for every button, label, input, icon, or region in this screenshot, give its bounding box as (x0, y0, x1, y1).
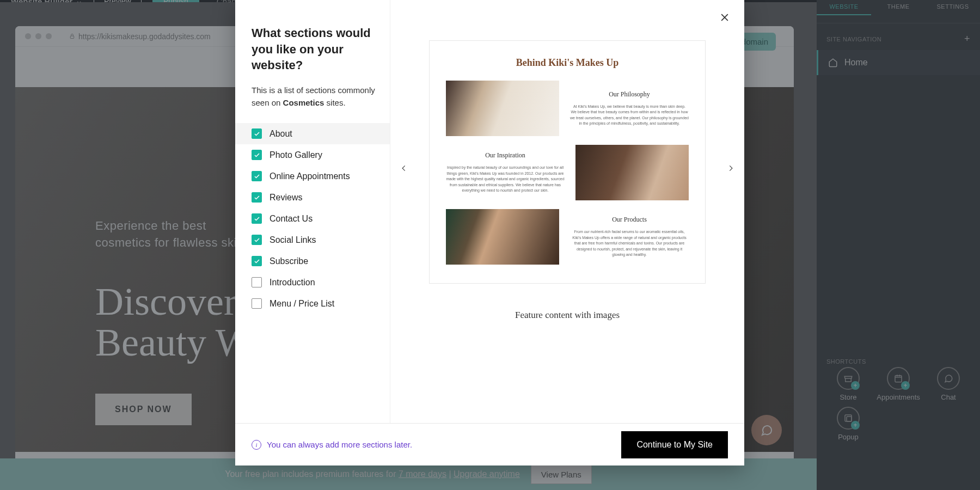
preview-block-title: Our Inspiration (446, 151, 565, 160)
section-option-photo-gallery[interactable]: Photo Gallery (235, 144, 390, 166)
section-option-introduction[interactable]: Introduction (235, 272, 390, 293)
continue-button[interactable]: Continue to My Site (621, 431, 728, 458)
chevron-right-icon (727, 164, 734, 172)
preview-block-body: From our nutrient-rich facial serums to … (570, 229, 689, 258)
preview-block-body: At Kiki's Makes Up, we believe that beau… (570, 104, 689, 127)
modal-sidebar: What sections would you like on your web… (235, 0, 390, 423)
info-icon: i (252, 440, 261, 450)
checkbox-icon[interactable] (252, 298, 262, 309)
sections-modal: What sections would you like on your web… (235, 0, 744, 465)
section-option-reviews[interactable]: Reviews (235, 187, 390, 208)
chevron-left-icon (400, 164, 408, 172)
preview-block-title: Our Products (570, 216, 689, 224)
modal-title: What sections would you like on your web… (252, 25, 378, 74)
footer-info-note: i You can always add more sections later… (252, 440, 412, 450)
close-icon (719, 12, 730, 23)
section-label: Introduction (270, 278, 315, 287)
checkbox-icon[interactable] (252, 213, 262, 224)
section-label: Menu / Price List (270, 299, 334, 309)
checkbox-icon[interactable] (252, 192, 262, 203)
section-label: Contact Us (270, 214, 313, 224)
section-label: Subscribe (270, 256, 308, 266)
section-option-menu-price-list[interactable]: Menu / Price List (235, 293, 390, 314)
sections-list: About Photo Gallery Online Appointments … (235, 123, 390, 314)
preview-block-body: Inspired by the natural beauty of our su… (446, 165, 565, 194)
checkbox-icon[interactable] (252, 128, 262, 139)
modal-subtitle: This is a list of sections commonly seen… (252, 84, 378, 109)
preview-image (446, 81, 559, 136)
section-option-subscribe[interactable]: Subscribe (235, 250, 390, 272)
checkbox-icon[interactable] (252, 150, 262, 160)
section-label: Photo Gallery (270, 150, 322, 160)
section-option-contact-us[interactable]: Contact Us (235, 208, 390, 229)
section-label: Online Appointments (270, 171, 350, 181)
checkbox-icon[interactable] (252, 171, 262, 181)
preview-heading: Behind Kiki's Makes Up (446, 57, 689, 69)
checkbox-icon[interactable] (252, 256, 262, 266)
modal-footer: i You can always add more sections later… (235, 423, 744, 465)
checkbox-icon[interactable] (252, 235, 262, 245)
section-label: Social Links (270, 235, 316, 245)
section-option-about[interactable]: About (235, 123, 390, 144)
preview-prev-button[interactable] (395, 156, 413, 181)
section-option-online-appointments[interactable]: Online Appointments (235, 166, 390, 187)
modal-preview-area: Behind Kiki's Makes Up Our Philosophy At… (390, 0, 744, 423)
section-option-social-links[interactable]: Social Links (235, 229, 390, 250)
preview-image (575, 145, 689, 200)
preview-caption: Feature content with images (429, 310, 706, 321)
section-label: Reviews (270, 193, 302, 203)
section-label: About (270, 129, 292, 139)
checkbox-icon[interactable] (252, 277, 262, 287)
preview-image (446, 209, 559, 265)
section-preview-card: Behind Kiki's Makes Up Our Philosophy At… (429, 40, 706, 284)
close-button[interactable] (719, 12, 730, 25)
preview-next-button[interactable] (721, 156, 740, 181)
preview-block-title: Our Philosophy (570, 90, 689, 99)
